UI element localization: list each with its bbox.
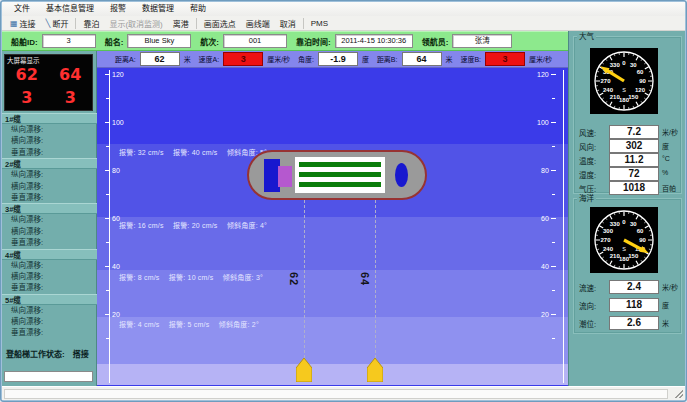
toolbar-button[interactable]: ▦连接: [5, 17, 41, 30]
cable-drift-label: 垂直漂移:: [2, 282, 97, 293]
info-field: 航次:001: [200, 34, 287, 48]
scale-label: 100: [112, 119, 124, 126]
cable-group: 3#缆纵向漂移:横向漂移:垂直漂移:: [2, 203, 97, 248]
panel-row: 温度:11.2°C: [574, 153, 683, 166]
distance-band: [97, 68, 568, 144]
scale-tick: [552, 98, 555, 99]
toolbar-button[interactable]: 画面选点: [199, 17, 241, 30]
scale-tick: [105, 170, 110, 171]
info-field: 靠泊时间:2011-4-15 10:30:36: [296, 34, 413, 48]
cable-drift-label: 横向漂移:: [2, 271, 97, 282]
quay-marker-a: [296, 358, 312, 382]
ship-outline: [247, 150, 427, 200]
disconnect-icon: ╲: [46, 17, 51, 30]
berthing-plot[interactable]: 1201201001008080606040402020 报警: 32 cm/s…: [97, 68, 568, 386]
panel-row: 风向:302度: [574, 139, 683, 152]
current-direction-gauge: 0306090120150180210240270300330S: [590, 207, 658, 273]
toolbar-button[interactable]: 取消: [275, 17, 301, 30]
menu-item[interactable]: 帮助: [182, 2, 214, 16]
cable-drift-label: 横向漂移:: [2, 226, 97, 237]
cable-drift-label: 横向漂移:: [2, 135, 97, 146]
svg-text:240: 240: [603, 246, 614, 252]
panel-row: 气压:1018百帕: [574, 181, 683, 194]
display-value: 62: [5, 63, 49, 86]
readout-value-alarm: 3: [223, 52, 263, 66]
toolbar-button[interactable]: 画线端: [241, 17, 275, 30]
panel-row-unit: 度: [662, 300, 669, 310]
svg-text:90: 90: [639, 237, 646, 243]
toolbar-button-label: 离港: [173, 18, 189, 29]
panel-row-value: 2.4: [609, 280, 659, 294]
display-value: 3: [49, 86, 93, 109]
panel-row-unit: 米/秒: [662, 282, 678, 292]
big-screen-display-panel: 大屏幕显示 626433: [4, 54, 93, 111]
readout-item: 角度:-1.9度: [298, 52, 369, 66]
cable-group: 5#缆纵向漂移:横向漂移:垂直漂移:: [2, 294, 97, 339]
panel-row-unit: 米/秒: [662, 127, 678, 137]
readout-unit: 厘米/秒: [529, 54, 552, 64]
scale-tick: [552, 338, 555, 339]
info-field-value[interactable]: 001: [223, 34, 287, 48]
toolbar-button[interactable]: ╲断开: [41, 17, 74, 30]
menu-item[interactable]: 基本信息管理: [38, 2, 102, 16]
svg-text:180: 180: [619, 256, 630, 262]
toolbar-button[interactable]: PMS: [306, 17, 333, 30]
info-field-value[interactable]: 2011-4-15 10:30:36: [335, 34, 413, 48]
menu-item[interactable]: 报警: [102, 2, 134, 16]
panel-row-unit: °C: [662, 155, 670, 162]
alarm-threshold-text: 报警: 16 cm/s 报警: 20 cm/s 倾斜角度: 4°: [119, 220, 267, 230]
cable-drift-label: 垂直漂移:: [2, 327, 97, 338]
info-field-value[interactable]: 3: [42, 34, 96, 48]
info-field-label: 航次:: [200, 36, 219, 47]
readout-unit: 米: [184, 54, 191, 64]
distance-speed-readout-bar: 距离A:62米速度A:3厘米/秒角度:-1.9度距离B:64米速度B:3厘米/秒: [97, 51, 568, 68]
scale-tick: [552, 290, 555, 291]
svg-text:270: 270: [600, 78, 611, 84]
connect-icon: ▦: [10, 17, 18, 30]
toolbar-button[interactable]: 靠泊: [78, 17, 104, 30]
toolbar-button-label: 显示(取消监测): [109, 18, 162, 29]
scale-tick: [106, 146, 109, 147]
gangway-status-value: 搭接: [73, 348, 89, 359]
svg-text:90: 90: [639, 78, 646, 84]
cable-group-header: 2#缆: [2, 158, 97, 169]
panel-row-label: 潮位:: [579, 318, 596, 329]
svg-text:210: 210: [610, 94, 621, 100]
scale-label: 80: [541, 167, 549, 174]
toolbar-button-label: 断开: [52, 18, 68, 29]
info-field-value[interactable]: 张涛: [452, 34, 512, 48]
info-field-label: 船舶ID:: [11, 36, 38, 47]
display-panel-values: 626433: [5, 63, 92, 109]
cable-group-header: 1#缆: [2, 113, 97, 124]
ship-deck: [295, 157, 385, 193]
application-window: 文件基本信息管理报警数据管理帮助 ▦连接╲断开靠泊显示(取消监测)离港画面选点画…: [0, 0, 687, 402]
panel-row-unit: 度: [662, 141, 669, 151]
weather-title: 大气: [577, 32, 596, 41]
measure-line-a: [304, 200, 305, 368]
readout-value: 62: [140, 52, 180, 66]
resize-grip-icon[interactable]: [674, 389, 683, 398]
readout-label: 距离B:: [377, 54, 398, 64]
toolbar-button-label: 连接: [20, 18, 36, 29]
svg-text:210: 210: [610, 253, 621, 259]
info-field-label: 船名:: [105, 36, 124, 47]
right-scale-ruler: [563, 70, 564, 383]
cable-group-header: 4#缆: [2, 249, 97, 260]
panel-row-value: 302: [609, 139, 659, 153]
cable-drift-list: 1#缆纵向漂移:横向漂移:垂直漂移:2#缆纵向漂移:横向漂移:垂直漂移:3#缆纵…: [2, 113, 97, 339]
scale-label: 100: [537, 119, 549, 126]
weather-groupbox: 大气 0306090120150180210240270300330S 风速:7…: [573, 36, 682, 194]
cable-group: 1#缆纵向漂移:横向漂移:垂直漂移:: [2, 113, 97, 158]
svg-text:150: 150: [628, 94, 639, 100]
panel-row: 流速:2.4米/秒: [574, 280, 683, 293]
readout-label: 角度:: [298, 54, 314, 64]
ship-info-bar: 船舶ID:3船名:Blue Sky航次:001靠泊时间:2011-4-15 10…: [2, 31, 568, 51]
menu-item[interactable]: 文件: [6, 2, 38, 16]
menu-item[interactable]: 数据管理: [134, 2, 182, 16]
info-field-value[interactable]: Blue Sky: [127, 34, 191, 48]
panel-row-value: 11.2: [609, 153, 659, 167]
quay-marker-b: [367, 358, 383, 382]
toolbar-button[interactable]: 离港: [168, 17, 194, 30]
left-sidebar: 大屏幕显示 626433 1#缆纵向漂移:横向漂移:垂直漂移:2#缆纵向漂移:横…: [2, 51, 97, 386]
scale-tick: [552, 242, 555, 243]
